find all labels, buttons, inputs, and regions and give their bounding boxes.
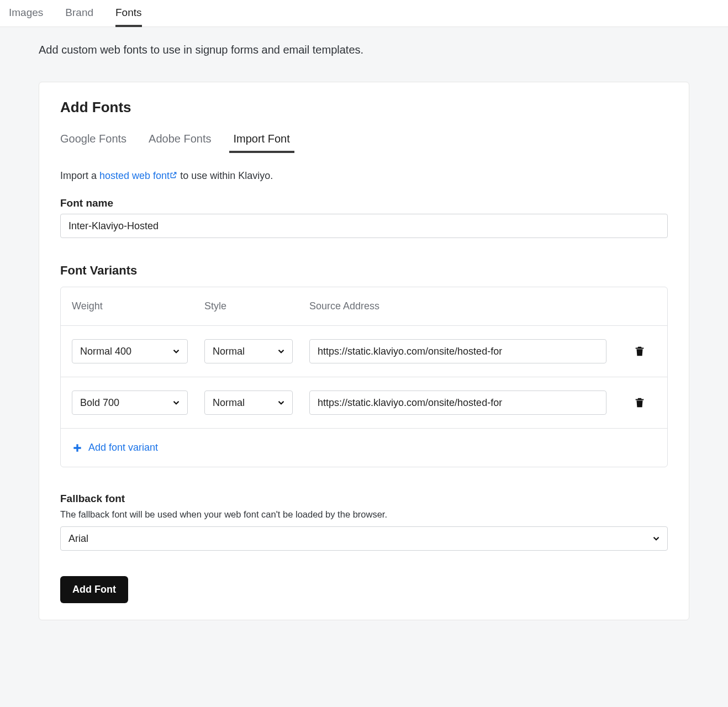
tab-brand[interactable]: Brand xyxy=(65,0,93,27)
variant-row: Bold 700 Normal xyxy=(61,377,667,428)
tab-import-font[interactable]: Import Font xyxy=(234,129,290,153)
fallback-font-section: Fallback font The fallback font will be … xyxy=(60,493,668,551)
variant-row: Normal 400 Normal xyxy=(61,325,667,377)
add-font-button[interactable]: Add Font xyxy=(60,576,128,603)
plus-icon xyxy=(72,442,83,453)
tab-google-fonts[interactable]: Google Fonts xyxy=(60,129,126,153)
card-title: Add Fonts xyxy=(60,99,668,116)
col-weight: Weight xyxy=(72,300,188,312)
tab-adobe-fonts[interactable]: Adobe Fonts xyxy=(149,129,211,153)
col-actions xyxy=(623,300,656,312)
weight-select[interactable]: Bold 700 xyxy=(72,391,188,415)
page-description: Add custom web fonts to use in signup fo… xyxy=(39,44,689,56)
add-font-variant-label: Add font variant xyxy=(88,442,158,453)
style-select[interactable]: Normal xyxy=(204,339,293,363)
top-tabs: Images Brand Fonts xyxy=(0,0,728,27)
delete-variant-button[interactable] xyxy=(630,393,650,413)
source-address-input[interactable] xyxy=(309,391,606,415)
style-select[interactable]: Normal xyxy=(204,391,293,415)
font-name-input[interactable] xyxy=(60,214,668,238)
fallback-font-label: Fallback font xyxy=(60,493,668,505)
add-fonts-card: Add Fonts Google Fonts Adobe Fonts Impor… xyxy=(39,82,689,620)
delete-variant-button[interactable] xyxy=(630,341,650,361)
hosted-web-font-link[interactable]: hosted web font xyxy=(99,170,177,181)
font-variants-title: Font Variants xyxy=(60,263,668,278)
weight-select[interactable]: Normal 400 xyxy=(72,339,188,363)
import-hint: Import a hosted web font to use within K… xyxy=(60,170,668,182)
page-body: Add custom web fonts to use in signup fo… xyxy=(0,27,728,642)
import-hint-suffix: to use within Klaviyo. xyxy=(177,170,273,181)
external-link-icon xyxy=(170,171,177,179)
font-source-tabs: Google Fonts Adobe Fonts Import Font xyxy=(60,129,668,154)
font-variants-table: Weight Style Source Address Normal 400 N… xyxy=(60,287,668,467)
fallback-font-help: The fallback font will be used when your… xyxy=(60,509,668,520)
font-name-label: Font name xyxy=(60,197,668,209)
add-font-variant-button[interactable]: Add font variant xyxy=(61,428,667,467)
variants-header-row: Weight Style Source Address xyxy=(61,287,667,325)
col-source: Source Address xyxy=(309,300,606,312)
trash-icon xyxy=(634,345,646,357)
import-hint-prefix: Import a xyxy=(60,170,99,181)
source-address-input[interactable] xyxy=(309,339,606,363)
col-style: Style xyxy=(204,300,293,312)
trash-icon xyxy=(634,397,646,409)
fallback-font-select[interactable]: Arial xyxy=(60,526,668,551)
tab-images[interactable]: Images xyxy=(9,0,43,27)
tab-fonts[interactable]: Fonts xyxy=(115,0,142,27)
